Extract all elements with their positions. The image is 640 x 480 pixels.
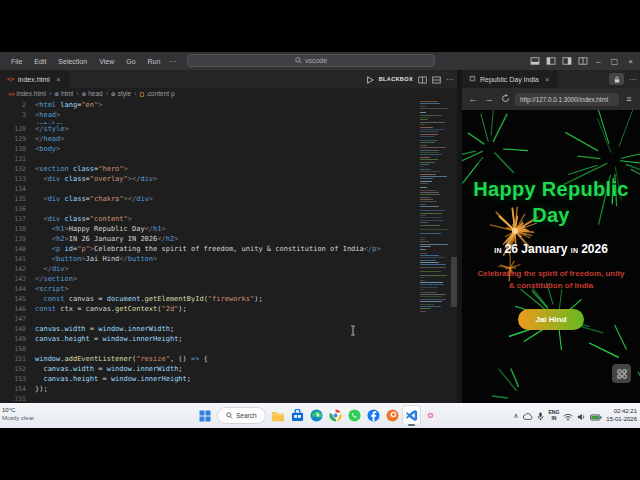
tab-close-icon[interactable]: ×	[56, 75, 61, 84]
code-line[interactable]: 143</section>	[0, 274, 457, 284]
code-editor[interactable]: 2<html lang="en">3<head><style>128</styl…	[0, 99, 457, 404]
code-line[interactable]: 128</style>	[0, 124, 457, 134]
tab-title: index.html	[18, 76, 50, 83]
code-line[interactable]: 140 <p id="p">Celebrating the spirit of …	[0, 244, 457, 254]
command-center-search[interactable]: vscode	[187, 54, 435, 67]
code-line[interactable]: 138 <h1>Happy Republic Day</h1>	[0, 224, 457, 234]
menu-selection[interactable]: Selection	[53, 56, 92, 67]
minimap[interactable]	[420, 101, 450, 311]
editor-more-actions-icon[interactable]: ···	[446, 75, 454, 84]
code-line[interactable]: 132<section class="hero">	[0, 164, 457, 174]
browser-back-icon[interactable]: ←	[467, 94, 479, 104]
tab-live-preview[interactable]: Republic Day India ×	[462, 70, 557, 88]
code-line[interactable]: 136	[0, 204, 457, 214]
code-line[interactable]: 150	[0, 344, 457, 354]
line-number: 143	[0, 274, 35, 284]
url-bar[interactable]: http://127.0.0.1:3000/index.html	[515, 93, 619, 106]
customize-layout-icon[interactable]	[575, 54, 590, 68]
menu-view[interactable]: View	[94, 56, 119, 67]
window-close-button[interactable]: ×	[623, 54, 638, 68]
code-line[interactable]: 152 canvas.width = window.innerWidth;	[0, 364, 457, 374]
menu-file[interactable]: File	[6, 56, 27, 67]
taskbar-app-chrome[interactable]	[326, 405, 345, 426]
browser-forward-icon[interactable]: →	[483, 94, 495, 104]
preview-grid-button[interactable]	[612, 364, 631, 383]
menu-go[interactable]: Go	[121, 56, 140, 67]
code-line[interactable]: 154});	[0, 384, 457, 394]
code-line[interactable]: 129</head>	[0, 134, 457, 144]
blackbox-button[interactable]: BLACKBOX	[379, 76, 413, 82]
taskbar-app-misc-app[interactable]	[421, 405, 440, 426]
code-line[interactable]: 133 <div class="overlay"></div>	[0, 174, 457, 184]
run-code-icon[interactable]	[366, 70, 374, 88]
code-line[interactable]: 130<body>	[0, 144, 457, 154]
battery-icon[interactable]	[590, 407, 602, 425]
jai-hind-button[interactable]: Jai Hind	[518, 309, 583, 330]
code-line[interactable]: 146const ctx = canvas.getContext("2d");	[0, 304, 457, 314]
breadcrumb-item[interactable]: <>index.html	[8, 90, 46, 97]
wifi-icon[interactable]	[563, 407, 573, 425]
clock[interactable]: 02:42:21 15-01-2026	[606, 408, 637, 423]
preview-lock-icon[interactable]	[609, 73, 624, 85]
browser-refresh-icon[interactable]	[499, 94, 511, 105]
microphone-icon[interactable]	[537, 407, 544, 425]
language-indicator[interactable]: ENG IN	[548, 410, 559, 421]
taskbar-search[interactable]: Search	[217, 407, 266, 424]
start-button[interactable]	[195, 405, 214, 426]
editor-layout-icon[interactable]	[432, 70, 441, 88]
code-line[interactable]: 147	[0, 314, 457, 324]
tab-index-html[interactable]: <> index.html ×	[0, 70, 69, 88]
toggle-sidebar-icon[interactable]	[543, 54, 558, 68]
speaker-icon[interactable]	[577, 407, 586, 425]
vscode-window: FileEditSelectionViewGoRun ··· ← → vscod…	[0, 52, 640, 403]
menu-more-button[interactable]: ···	[165, 54, 180, 68]
tray-chevron-icon[interactable]: ∧	[513, 412, 518, 420]
weather-widget[interactable]: 10°C Mostly clear	[2, 406, 34, 422]
taskbar-app-postman[interactable]	[383, 405, 402, 426]
taskbar-app-file-explorer[interactable]	[269, 405, 288, 426]
lang-secondary: IN	[548, 416, 559, 422]
code-line[interactable]: 145 const canvas = document.getElementBy…	[0, 294, 457, 304]
code-line[interactable]: 131	[0, 154, 457, 164]
code-line[interactable]: 142 </div>	[0, 264, 457, 274]
toggle-secondary-sidebar-icon[interactable]	[559, 54, 574, 68]
code-text: <button>Jai Hind</button>	[35, 254, 157, 264]
taskbar-app-microsoft-store[interactable]	[288, 405, 307, 426]
breadcrumb-item[interactable]: ⊘head	[82, 90, 103, 97]
menu-edit[interactable]: Edit	[29, 56, 51, 67]
taskbar-app-facebook[interactable]	[364, 405, 383, 426]
window-maximize-button[interactable]: ▢	[607, 54, 622, 68]
code-line[interactable]: 3<head>	[0, 110, 457, 120]
code-line[interactable]: 149canvas.height = window.innerHeight;	[0, 334, 457, 344]
window-minimize-button[interactable]: –	[591, 54, 606, 68]
code-line[interactable]: 148canvas.width = window.innerWidth;	[0, 324, 457, 334]
misc-app-icon	[424, 409, 437, 422]
split-editor-icon[interactable]	[418, 70, 427, 88]
code-text: </div>	[35, 264, 69, 274]
breadcrumb-item[interactable]: ◻.content p	[139, 90, 174, 97]
code-line[interactable]: 141 <button>Jai Hind</button>	[0, 254, 457, 264]
mouse-ibeam-cursor	[349, 322, 357, 340]
toggle-panel-icon[interactable]	[527, 54, 542, 68]
onedrive-cloud-icon[interactable]	[522, 407, 533, 425]
taskbar-app-whatsapp[interactable]	[345, 405, 364, 426]
line-number: 137	[0, 214, 35, 224]
taskbar-app-vscode[interactable]	[402, 405, 421, 426]
line-number: 138	[0, 224, 35, 234]
code-line[interactable]: 134	[0, 184, 457, 194]
code-line[interactable]: 151window.addEventListener("resize", () …	[0, 354, 457, 364]
code-line[interactable]: 153 canvas.height = window.innerHeight;	[0, 374, 457, 384]
code-line[interactable]: 139 <h2>IN 26 January IN 2026</h2>	[0, 234, 457, 244]
code-line[interactable]: 144<script>	[0, 284, 457, 294]
menu-run[interactable]: Run	[143, 56, 166, 67]
code-line[interactable]: 135 <div class="chakra"></div>	[0, 194, 457, 204]
code-line[interactable]: 2<html lang="en">	[0, 100, 457, 110]
breadcrumb-item[interactable]: ⊘html	[54, 90, 73, 97]
breadcrumb-item[interactable]: ⊘style	[111, 90, 131, 97]
preview-tab-close-icon[interactable]: ×	[545, 75, 550, 84]
breadcrumb-separator: ›	[134, 90, 136, 97]
browser-menu-icon[interactable]: ≡	[623, 94, 635, 104]
code-line[interactable]: 137 <div class="content">	[0, 214, 457, 224]
preview-more-actions-icon[interactable]: ···	[629, 75, 637, 84]
taskbar-app-edge[interactable]	[307, 405, 326, 426]
